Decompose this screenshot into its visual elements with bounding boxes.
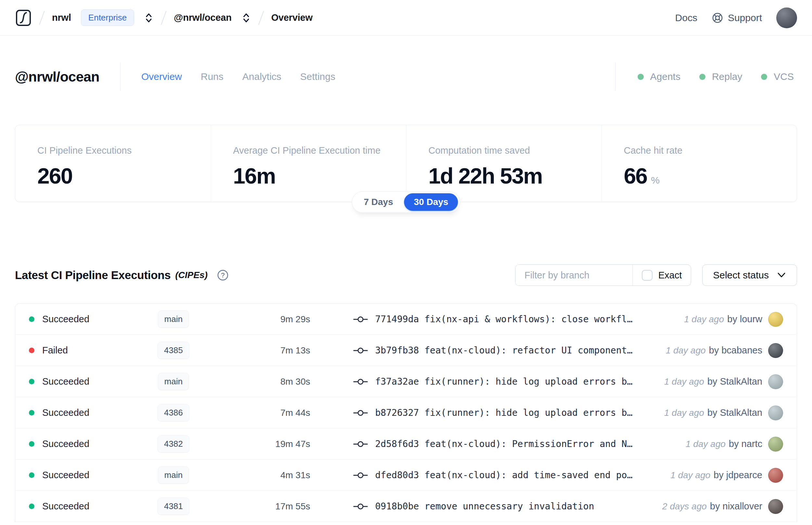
- stat-label: Average CI Pipeline Execution time: [233, 145, 403, 156]
- status-label: Succeeded: [42, 376, 89, 387]
- cipe-row[interactable]: Failed 4385 7m 13s 3b79fb38 feat(nx-clou…: [15, 335, 797, 366]
- workspace-switcher-chevrons-icon[interactable]: [241, 12, 251, 24]
- commit-message[interactable]: 2d58f6d3 feat(nx-cloud): PermissionError…: [375, 439, 632, 449]
- docs-link[interactable]: Docs: [675, 12, 698, 24]
- branch-chip[interactable]: main: [158, 373, 189, 390]
- cipe-meta-cell: 1 day ago by jdpearce: [670, 468, 783, 483]
- integration-agents[interactable]: Agents: [638, 71, 680, 82]
- branch-chip[interactable]: 4386: [157, 404, 189, 421]
- divider: [615, 62, 615, 91]
- status-label: Succeeded: [42, 470, 89, 480]
- breadcrumb-org[interactable]: nrwl: [52, 12, 71, 23]
- cipe-row[interactable]: Succeeded main 8m 30s f37a32ae fix(runne…: [15, 366, 797, 397]
- support-label: Support: [728, 12, 762, 24]
- commit-message[interactable]: 771499da fix(nx-api & workflows): close …: [375, 314, 632, 325]
- breadcrumb: nrwl Enterprise @nrwl/ocean Overview: [15, 9, 312, 27]
- time-ago: 1 day ago: [684, 314, 724, 325]
- time-ago: 1 day ago: [686, 439, 725, 449]
- time-ago: 1 day ago: [670, 470, 710, 480]
- avatar[interactable]: [768, 468, 783, 483]
- status-dot-icon: [29, 441, 34, 447]
- commit-message[interactable]: dfed80d3 feat(nx-cloud): add time-saved …: [375, 470, 632, 480]
- status-dot-icon: [638, 74, 644, 80]
- branch-chip[interactable]: 4381: [157, 498, 189, 515]
- avatar[interactable]: [768, 405, 783, 420]
- exact-checkbox[interactable]: [642, 270, 653, 281]
- author: by lourw: [727, 314, 762, 325]
- git-commit-icon: [353, 377, 368, 386]
- status-label: Succeeded: [42, 439, 89, 449]
- range-option-7-days[interactable]: 7 Days: [354, 193, 403, 211]
- stat-value: 1d 22h 53m: [428, 163, 542, 189]
- cipe-meta-cell: 1 day ago by bcabanes: [666, 343, 783, 358]
- tab-analytics[interactable]: Analytics: [242, 71, 281, 82]
- cipe-meta-cell: 1 day ago by lourw: [684, 312, 783, 327]
- branch-chip[interactable]: main: [158, 466, 189, 484]
- avatar[interactable]: [768, 312, 783, 327]
- status-dot-icon: [29, 472, 34, 478]
- breadcrumb-separator: [39, 11, 45, 25]
- stat-value-suffix: %: [651, 175, 660, 186]
- tab-overview[interactable]: Overview: [141, 71, 182, 82]
- cipe-title-suffix: (CIPEs): [175, 270, 208, 280]
- cipe-row[interactable]: Succeeded 4382 19m 47s 2d58f6d3 feat(nx-…: [15, 429, 797, 460]
- workspace-header: @nrwl/ocean Overview Runs Analytics Sett…: [15, 61, 797, 92]
- cipe-branch-cell: main: [138, 311, 209, 328]
- commit-message[interactable]: 3b79fb38 feat(nx-cloud): refactor UI com…: [375, 345, 632, 356]
- support-link[interactable]: Support: [711, 12, 762, 24]
- branch-chip[interactable]: 4382: [157, 435, 189, 452]
- cipe-row[interactable]: Succeeded main 9m 29s 771499da fix(nx-ap…: [15, 304, 797, 335]
- lifebuoy-icon: [711, 12, 723, 24]
- git-commit-icon: [353, 346, 368, 355]
- breadcrumb-page: Overview: [271, 12, 312, 23]
- commit-message[interactable]: f37a32ae fix(runner): hide log upload er…: [375, 376, 632, 387]
- branch-chip[interactable]: 4385: [157, 342, 189, 359]
- avatar[interactable]: [768, 499, 783, 514]
- cipe-duration: 8m 30s: [209, 376, 311, 387]
- cipe-row[interactable]: Succeeded 4386 7m 44s b8726327 fix(runne…: [15, 397, 797, 429]
- stat-value: 66: [624, 163, 647, 189]
- status-label: Succeeded: [42, 314, 89, 325]
- tab-settings[interactable]: Settings: [300, 71, 335, 82]
- tab-runs[interactable]: Runs: [201, 71, 224, 82]
- status-label: Succeeded: [42, 407, 89, 418]
- select-status-button[interactable]: Select status: [702, 265, 797, 286]
- breadcrumb-workspace[interactable]: @nrwl/ocean: [174, 12, 232, 23]
- status-label: Failed: [42, 345, 68, 356]
- cipe-branch-cell: 4386: [138, 404, 209, 421]
- cipe-status-cell: Succeeded: [29, 407, 138, 418]
- cipe-section-header: Latest CI Pipeline Executions (CIPEs) ? …: [15, 264, 797, 287]
- cipe-row[interactable]: Succeeded main 4m 31s dfed80d3 feat(nx-c…: [15, 460, 797, 491]
- date-range-toggle: 7 Days 30 Days: [352, 191, 460, 213]
- commit-message[interactable]: b8726327 fix(runner): hide log upload er…: [375, 407, 632, 418]
- integration-label: Replay: [712, 71, 742, 82]
- help-icon[interactable]: ?: [217, 269, 229, 281]
- cipe-meta-cell: 2 days ago by nixallover: [662, 499, 783, 514]
- cipe-commit-cell: b8726327 fix(runner): hide log upload er…: [353, 407, 664, 418]
- range-option-30-days[interactable]: 30 Days: [404, 193, 458, 211]
- branch-filter-input[interactable]: [516, 265, 632, 286]
- exact-label: Exact: [658, 270, 682, 281]
- branch-chip[interactable]: main: [158, 311, 189, 328]
- integration-replay[interactable]: Replay: [699, 71, 742, 82]
- stat-label: CI Pipeline Executions: [37, 145, 208, 156]
- user-avatar[interactable]: [776, 7, 797, 28]
- avatar[interactable]: [768, 437, 783, 452]
- stats-card-row: CI Pipeline Executions 260 Average CI Pi…: [15, 125, 797, 202]
- commit-message[interactable]: 0918b0be remove unnecessary invalidation: [375, 501, 594, 512]
- stat-value: 16m: [233, 163, 275, 189]
- chevron-down-icon: [777, 272, 786, 279]
- cipe-row[interactable]: Succeeded 4381 17m 55s 0918b0be remove u…: [15, 491, 797, 522]
- git-commit-icon: [353, 440, 368, 448]
- cipe-branch-cell: 4385: [138, 342, 209, 359]
- git-commit-icon: [353, 471, 368, 480]
- author: by StalkAltan: [707, 376, 762, 387]
- nx-cloud-logo-icon[interactable]: [15, 9, 32, 27]
- org-switcher-chevrons-icon[interactable]: [144, 12, 154, 24]
- status-dot-icon: [29, 379, 34, 384]
- avatar[interactable]: [768, 343, 783, 358]
- page-title: @nrwl/ocean: [15, 69, 99, 85]
- cipe-meta-cell: 1 day ago by StalkAltan: [664, 374, 783, 389]
- integration-vcs[interactable]: VCS: [761, 71, 794, 82]
- avatar[interactable]: [768, 374, 783, 389]
